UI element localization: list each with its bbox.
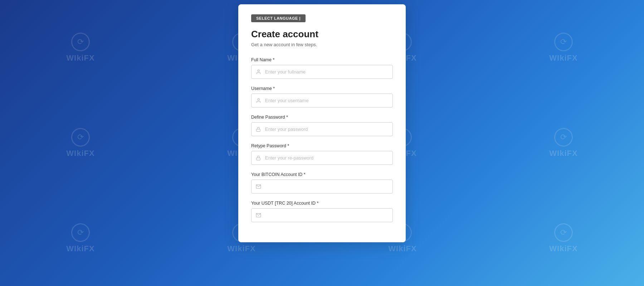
bitcoin-group: Your BITCOIN Account ID * <box>251 172 393 194</box>
repassword-label: Retype Password * <box>251 143 393 148</box>
password-group: Define Password * <box>251 115 393 136</box>
usdt-label: Your USDT [TRC 20] Account ID * <box>251 201 393 206</box>
repassword-input[interactable] <box>252 151 392 165</box>
password-label: Define Password * <box>251 115 393 120</box>
fullname-input-wrapper <box>251 65 393 79</box>
usdt-input-wrapper <box>251 208 393 222</box>
password-input[interactable] <box>252 123 392 136</box>
username-input-wrapper <box>251 94 393 108</box>
repassword-input-wrapper <box>251 151 393 165</box>
bitcoin-label: Your BITCOIN Account ID * <box>251 172 393 177</box>
modal-overlay: SELECT LANGUAGE | Create account Get a n… <box>0 0 644 286</box>
bitcoin-input[interactable] <box>252 180 392 193</box>
username-label: Username * <box>251 86 393 91</box>
fullname-input[interactable] <box>252 65 392 78</box>
fullname-group: Full Name * <box>251 57 393 79</box>
form-subtitle: Get a new account in few steps. <box>251 42 393 47</box>
username-input[interactable] <box>252 94 392 107</box>
bitcoin-input-wrapper <box>251 180 393 194</box>
select-language-button[interactable]: SELECT LANGUAGE | <box>251 14 306 22</box>
usdt-group: Your USDT [TRC 20] Account ID * <box>251 201 393 222</box>
fullname-label: Full Name * <box>251 57 393 62</box>
username-group: Username * <box>251 86 393 108</box>
create-account-card: SELECT LANGUAGE | Create account Get a n… <box>238 4 406 242</box>
form-title: Create account <box>251 29 393 40</box>
password-input-wrapper <box>251 122 393 136</box>
repassword-group: Retype Password * <box>251 143 393 165</box>
usdt-input[interactable] <box>252 209 392 222</box>
